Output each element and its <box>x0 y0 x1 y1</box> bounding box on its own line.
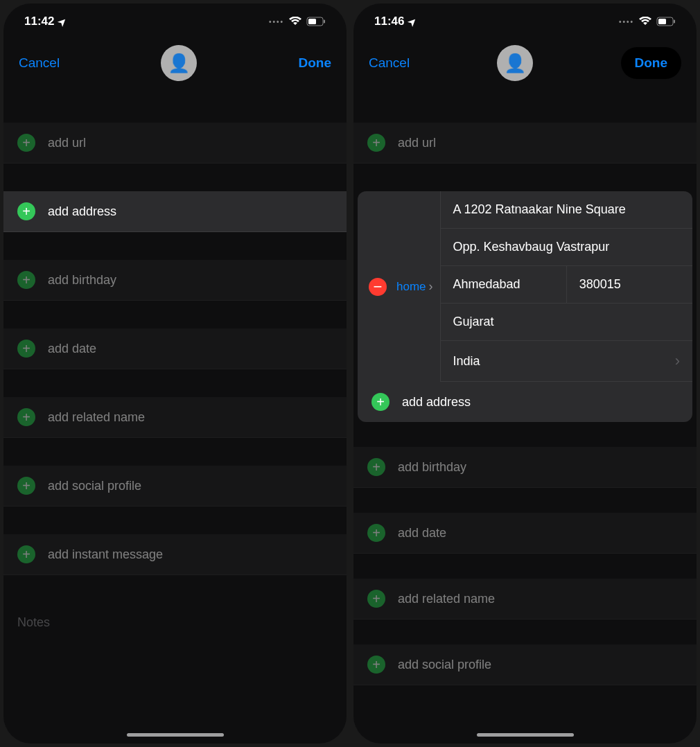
add-social-label: add social profile <box>48 479 141 493</box>
status-bar: 11:46 •••• <box>353 3 697 34</box>
add-birthday-label: add birthday <box>398 460 466 475</box>
add-birthday-label: add birthday <box>48 273 116 288</box>
plus-icon <box>17 340 35 358</box>
wifi-icon <box>638 17 652 26</box>
add-related-row[interactable]: add related name <box>353 579 697 619</box>
add-social-label: add social profile <box>398 658 491 672</box>
zip-field[interactable]: 380015 <box>567 266 692 303</box>
nav-bar: Cancel 👤 Done <box>353 34 697 95</box>
notes-field[interactable]: Notes <box>3 603 347 642</box>
street2-field[interactable]: Opp. Keshavbaug Vastrapur <box>441 229 692 266</box>
nav-bar: Cancel 👤 Done <box>3 34 347 95</box>
add-related-label: add related name <box>398 592 495 606</box>
address-block: home › A 1202 Ratnaakar Nine Square Opp.… <box>358 191 692 422</box>
plus-icon <box>17 545 35 563</box>
done-button[interactable]: Done <box>299 55 332 71</box>
battery-icon <box>306 17 326 26</box>
plus-icon <box>371 393 390 411</box>
avatar[interactable]: 👤 <box>161 45 197 81</box>
signal-dots: •••• <box>619 18 634 26</box>
status-bar: 11:42 •••• <box>3 3 347 34</box>
add-url-row[interactable]: add url <box>3 123 347 164</box>
add-url-label: add url <box>398 136 436 150</box>
cancel-button[interactable]: Cancel <box>19 55 60 71</box>
cancel-button[interactable]: Cancel <box>369 55 410 71</box>
location-icon <box>408 15 417 28</box>
home-indicator[interactable] <box>127 733 224 737</box>
street1-field[interactable]: A 1202 Ratnaakar Nine Square <box>441 191 692 229</box>
add-birthday-row[interactable]: add birthday <box>3 260 347 301</box>
done-highlight: Done <box>621 47 682 79</box>
address-fields: A 1202 Ratnaakar Nine Square Opp. Keshav… <box>441 191 692 382</box>
svg-rect-2 <box>324 20 325 24</box>
plus-icon <box>367 590 385 608</box>
plus-icon <box>17 134 35 152</box>
screen-2: 11:46 •••• Cancel 👤 Done add url <box>353 3 697 744</box>
avatar[interactable]: 👤 <box>497 45 533 81</box>
add-related-row[interactable]: add related name <box>3 397 347 438</box>
add-social-row[interactable]: add social profile <box>353 644 697 685</box>
signal-dots: •••• <box>269 18 284 26</box>
chevron-right-icon: › <box>675 352 680 370</box>
add-date-row[interactable]: add date <box>3 328 347 369</box>
add-address-label: add address <box>48 204 116 219</box>
add-address-row[interactable]: add address <box>3 191 347 232</box>
add-date-label: add date <box>48 342 96 356</box>
city-zip-row: Ahmedabad 380015 <box>441 266 692 304</box>
chevron-right-icon: › <box>429 279 433 294</box>
status-time: 11:46 <box>374 15 404 28</box>
add-date-label: add date <box>398 526 446 541</box>
add-social-row[interactable]: add social profile <box>3 466 347 507</box>
svg-rect-5 <box>674 20 675 24</box>
plus-icon <box>367 134 385 152</box>
add-birthday-row[interactable]: add birthday <box>353 447 697 488</box>
status-time: 11:42 <box>24 15 54 28</box>
address-entry: home › A 1202 Ratnaakar Nine Square Opp.… <box>358 191 692 382</box>
home-indicator[interactable] <box>477 733 574 737</box>
wifi-icon <box>288 17 302 26</box>
notes-placeholder: Notes <box>17 615 50 629</box>
screen-1: 11:42 •••• Cancel 👤 Done add url add add… <box>3 3 347 744</box>
add-url-label: add url <box>48 136 86 150</box>
add-im-row[interactable]: add instant message <box>3 534 347 575</box>
plus-icon <box>367 458 385 476</box>
add-url-row[interactable]: add url <box>353 123 697 164</box>
address-type-label: home <box>396 280 426 294</box>
add-im-label: add instant message <box>48 547 163 562</box>
add-date-row[interactable]: add date <box>353 513 697 554</box>
add-address-label: add address <box>402 395 471 410</box>
battery-icon <box>656 17 676 26</box>
done-button[interactable]: Done <box>635 55 668 71</box>
contact-fields: add url add address add birthday add dat… <box>3 123 347 642</box>
plus-icon <box>367 656 385 674</box>
minus-icon[interactable] <box>369 278 387 296</box>
svg-rect-4 <box>658 19 666 24</box>
plus-icon <box>17 202 35 220</box>
state-field[interactable]: Gujarat <box>441 304 692 341</box>
city-field[interactable]: Ahmedabad <box>441 266 567 303</box>
plus-icon <box>17 477 35 495</box>
svg-rect-1 <box>308 19 316 24</box>
add-related-label: add related name <box>48 410 145 425</box>
plus-icon <box>367 524 385 542</box>
add-address-row[interactable]: add address <box>358 382 692 422</box>
address-label-area[interactable]: home › <box>358 191 441 382</box>
country-field[interactable]: India › <box>441 341 692 382</box>
contact-fields: add url home › A 1202 Ratnaakar Nine Squ… <box>353 123 697 685</box>
plus-icon <box>17 408 35 426</box>
location-icon <box>58 15 67 28</box>
plus-icon <box>17 271 35 289</box>
